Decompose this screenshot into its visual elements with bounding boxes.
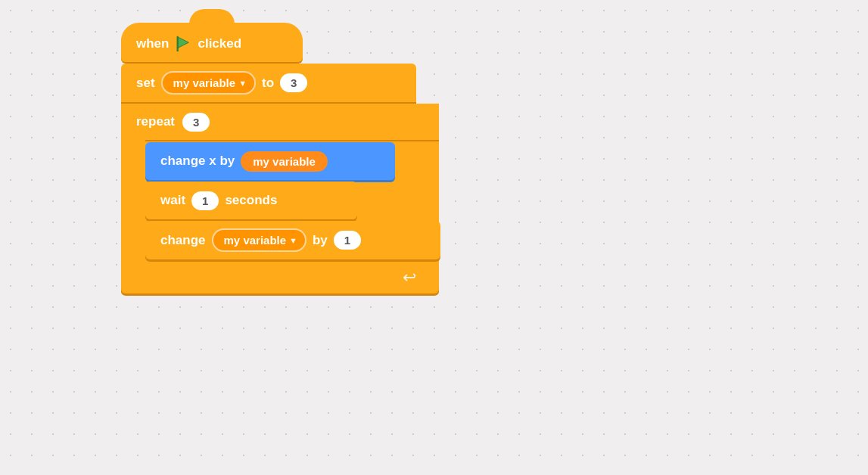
inner-block-area: change x by my variable wait 1 seconds (145, 140, 440, 262)
change-dropdown-arrow-icon: ▼ (289, 236, 297, 245)
change-variable-block[interactable]: change my variable ▼ by 1 (145, 221, 440, 259)
repeat-top: repeat 3 (121, 104, 439, 140)
change-value-input[interactable]: 1 (334, 231, 361, 250)
repeat-label: repeat (136, 114, 175, 129)
loop-arrow-icon: ↩ (403, 268, 416, 287)
to-label: to (262, 76, 274, 91)
change-variable-dropdown[interactable]: my variable ▼ (212, 228, 306, 252)
variable-dropdown[interactable]: my variable ▼ (161, 71, 256, 95)
change-x-by-label: change x by (160, 154, 235, 169)
when-label: when (136, 36, 169, 51)
change-label: change (160, 233, 206, 248)
green-flag-icon (175, 36, 191, 52)
when-flag-clicked-block[interactable]: when clicked (121, 23, 303, 62)
by-label: by (313, 233, 328, 248)
hat-bump (189, 9, 235, 26)
set-variable-block[interactable]: set my variable ▼ to 3 (121, 64, 416, 102)
repeat-block[interactable]: repeat 3 change x by my variable (121, 104, 439, 293)
svg-marker-0 (178, 37, 189, 48)
change-variable-dropdown-label: my variable (224, 234, 287, 247)
set-value-input[interactable]: 3 (280, 73, 307, 92)
variable-dropdown-label: my variable (173, 76, 236, 89)
my-variable-pill[interactable]: my variable (241, 151, 328, 172)
scratch-workspace: when clicked set my variable ▼ to 3 r (121, 23, 439, 293)
dropdown-arrow-icon: ▼ (238, 79, 247, 88)
repeat-value-input[interactable]: 3 (182, 113, 210, 132)
block-stack: when clicked set my variable ▼ to 3 r (121, 23, 439, 293)
clicked-label: clicked (198, 36, 241, 51)
c-left-bar (121, 140, 145, 262)
set-label: set (136, 76, 155, 91)
wait-label: wait (160, 193, 185, 208)
c-block-body: change x by my variable wait 1 seconds (121, 140, 439, 262)
seconds-label: seconds (225, 193, 277, 208)
change-x-by-block[interactable]: change x by my variable (145, 142, 395, 180)
c-block-bottom: ↩ (121, 262, 439, 293)
wait-value-input[interactable]: 1 (191, 191, 219, 210)
wait-seconds-block[interactable]: wait 1 seconds (145, 182, 357, 219)
